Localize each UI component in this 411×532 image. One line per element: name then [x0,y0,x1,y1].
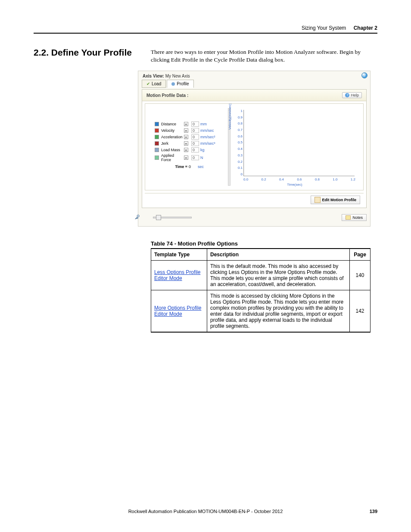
notes-icon [346,215,351,220]
axis-view-name: My New Axis [165,74,190,78]
legend-row: Jerk▾0mm/sec³ [155,140,224,146]
time-unit: sec [198,165,213,169]
legend-value[interactable]: 0 [191,141,199,146]
edit-icon [314,197,321,203]
dropdown-icon[interactable]: ▾ [184,128,188,133]
y-tick: 0.1 [232,166,243,170]
legend-row: Velocity▾0mm/sec [155,128,224,134]
table-row: More Options Profile Editor Mode This mo… [151,290,371,333]
legend-name: Applied Force [161,153,183,162]
header-chapter: Chapter 2 [354,25,377,31]
y-tick: 0.6 [232,134,243,138]
help-button[interactable]: ? Help [342,92,362,98]
y-tick: 1 [232,109,243,113]
legend-unit: N [200,156,216,160]
legend-name: Distance [161,122,183,126]
x-axis-ticks: 0.00.20.40.60.81.01.2 [243,177,355,181]
section-heading: 2.2. Define Your Profile [34,47,132,58]
dot-icon [171,82,175,86]
legend-swatch [155,135,159,139]
tab-profile[interactable]: Profile [167,80,193,88]
less-options-link[interactable]: Less Options Profile Editor Mode [154,269,200,281]
cell-description: This mode is accessed by clicking More O… [207,290,350,333]
slider-track[interactable] [153,217,192,218]
profile-panel-title: Motion Profile Data : [146,93,188,98]
edit-button-row: Edit Motion Profile [145,193,364,206]
profile-panel-header: Motion Profile Data : ? Help [142,90,366,101]
notes-row: Notes [142,212,367,224]
x-axis-label: Time(sec) [287,183,302,187]
legend-name: Jerk [161,141,183,146]
legend-swatch [155,156,159,160]
legend-swatch [155,148,159,152]
cell-page: 142 [350,290,371,333]
legend-value[interactable]: 0 [191,121,199,127]
question-icon: ? [345,93,349,97]
y-axis-ticks: 10.90.80.70.60.50.40.30.20.10 [232,109,243,176]
tab-profile-label: Profile [177,81,189,86]
dropdown-icon[interactable]: ▾ [184,141,188,146]
table-caption: Table 74 - Motion Profile Options [151,240,238,247]
slider-thumb[interactable] [156,215,161,220]
dropdown-icon[interactable]: ▾ [184,148,188,152]
legend-unit: mm/sec [200,128,216,133]
header-rule [34,33,377,34]
x-tick: 0.4 [279,177,284,181]
motion-profile-dialog-screenshot: Axis View: My New Axis ? ✔ Load Profile … [138,71,371,227]
legend-row: Acceleration▾0mm/sec² [155,134,224,140]
dropdown-icon[interactable]: ▾ [184,122,188,126]
legend-value[interactable]: 0 [191,155,199,160]
header-section-name: Sizing Your System [302,25,352,31]
y-tick: 0.7 [232,128,243,132]
legend-panel: Distance▾0mmVelocity▾0mm/secAcceleration… [155,121,224,169]
legend-unit: kg [200,148,216,152]
notes-button[interactable]: Notes [342,214,367,221]
y-tick: 0.8 [232,121,243,125]
help-icon[interactable]: ? [361,72,367,78]
th-template: Template Type [151,249,207,261]
help-button-label: Help [351,93,359,97]
y-tick: 0.3 [232,153,243,157]
page-number: 139 [370,509,377,514]
legend-swatch [155,128,159,133]
tab-bar: ✔ Load Profile [142,80,195,88]
legend-row: Applied Force▾0N [155,153,224,159]
check-icon: ✔ [146,81,150,86]
x-tick: 1.2 [351,177,355,181]
legend-unit: mm/sec³ [200,141,216,146]
legend-name: Acceleration [161,135,183,139]
chart-grid [243,110,355,176]
x-tick: 0.2 [261,177,266,181]
profile-body: Distance▾0mmVelocity▾0mm/secAcceleration… [145,103,364,190]
zoom-slider[interactable] [142,217,192,218]
cell-description: This is the default mode. This mode is a… [207,261,350,290]
dropdown-icon[interactable]: ▾ [184,135,188,139]
x-tick: 0.0 [243,177,248,181]
legend-value[interactable]: 0 [191,147,199,152]
legend-name: Velocity [161,128,183,133]
legend-value[interactable]: 0 [191,134,199,140]
legend-swatch [155,122,159,126]
edit-motion-profile-label: Edit Motion Profile [322,198,357,202]
legend-row: Distance▾0mm [155,121,224,127]
legend-row: Load Mass▾0kg [155,147,224,153]
x-tick: 0.8 [315,177,320,181]
legend-value[interactable]: 0 [191,128,199,133]
profile-panel: Motion Profile Data : ? Help Distance▾0m… [142,89,367,208]
y-tick: 0.2 [232,160,243,164]
tab-load[interactable]: ✔ Load [142,80,166,88]
dropdown-icon[interactable]: ▾ [184,156,188,160]
svg-point-0 [137,215,139,217]
tab-load-label: Load [152,81,161,86]
intro-paragraph: There are two ways to enter your Motion … [151,48,371,64]
y-tick: 0.4 [232,147,243,151]
edit-motion-profile-button[interactable]: Edit Motion Profile [311,196,361,204]
motion-profile-options-table: Template Type Description Page Less Opti… [151,248,371,333]
notes-button-label: Notes [352,215,363,220]
page-running-header: Sizing Your System Chapter 2 [302,25,377,31]
legend-swatch [155,141,159,146]
more-options-link[interactable]: More Options Profile Editor Mode [154,305,201,317]
cell-page: 140 [350,261,371,290]
th-page: Page [350,249,371,261]
y-tick: 0 [232,172,243,176]
